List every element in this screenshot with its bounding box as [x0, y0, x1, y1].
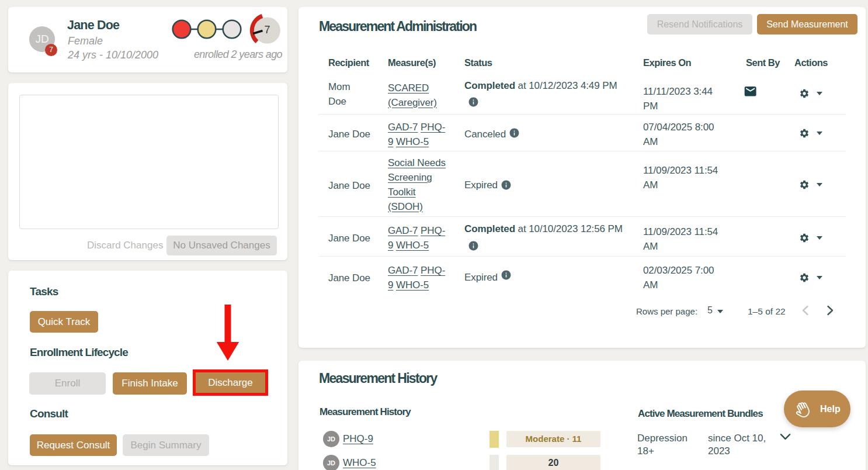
svg-text:7: 7 — [265, 24, 270, 36]
